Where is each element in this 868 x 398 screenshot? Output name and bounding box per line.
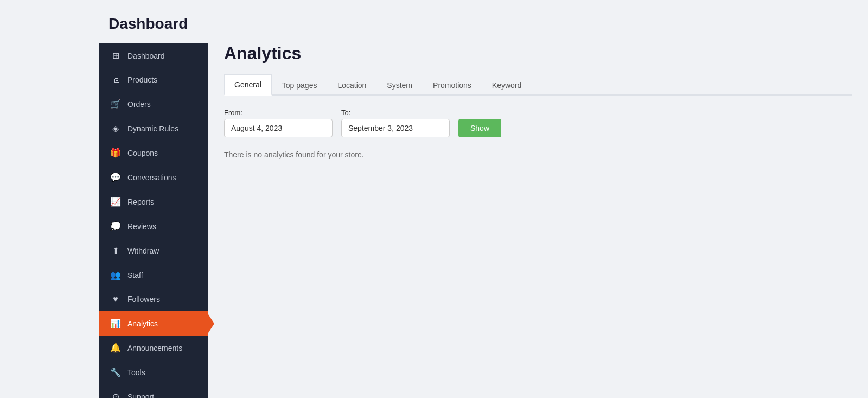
tab-location[interactable]: Location [327,74,376,96]
products-icon: 🛍 [110,75,121,85]
tab-promotions[interactable]: Promotions [423,74,482,96]
analytics-tabs: GeneralTop pagesLocationSystemPromotions… [224,74,852,96]
sidebar-item-products[interactable]: 🛍 Products [99,68,208,92]
sidebar-label-orders: Orders [127,100,151,109]
main-content: Analytics GeneralTop pagesLocationSystem… [208,43,868,398]
coupons-icon: 🎁 [110,148,121,158]
sidebar-item-reports[interactable]: 📈 Reports [99,189,208,214]
reviews-icon: 💭 [110,221,121,231]
sidebar-item-withdraw[interactable]: ⬆ Withdraw [99,238,208,263]
sidebar-label-dynamic-rules: Dynamic Rules [127,124,178,133]
sidebar-item-reviews[interactable]: 💭 Reviews [99,214,208,238]
sidebar-label-announcements: Announcements [127,344,182,352]
dashboard-icon: ⊞ [110,50,121,61]
sidebar-label-staff: Staff [127,271,143,280]
withdraw-icon: ⬆ [110,245,121,256]
sidebar-item-support[interactable]: ⊙ Support [99,384,208,398]
sidebar-item-announcements[interactable]: 🔔 Announcements [99,336,208,360]
sidebar-item-tools[interactable]: 🔧 Tools [99,360,208,384]
sidebar-item-dynamic-rules[interactable]: ◈ Dynamic Rules [99,116,208,141]
tools-icon: 🔧 [110,367,121,377]
analytics-icon: 📊 [110,318,121,328]
sidebar-label-reviews: Reviews [127,222,156,231]
filter-row: From: To: Show [224,109,852,137]
from-label: From: [224,109,333,117]
sidebar-item-staff[interactable]: 👥 Staff [99,263,208,287]
sidebar-item-dashboard[interactable]: ⊞ Dashboard [99,43,208,68]
sidebar-item-coupons[interactable]: 🎁 Coupons [99,141,208,165]
sidebar-label-support: Support [127,393,154,399]
dynamic-rules-icon: ◈ [110,123,121,134]
to-label: To: [341,109,450,117]
sidebar-label-dashboard: Dashboard [127,52,165,60]
sidebar-label-tools: Tools [127,368,145,377]
from-date-input[interactable] [224,119,333,137]
sidebar-item-orders[interactable]: 🛒 Orders [99,92,208,116]
sidebar-label-withdraw: Withdraw [127,247,159,255]
support-icon: ⊙ [110,391,121,398]
analytics-title: Analytics [224,43,852,64]
sidebar-label-products: Products [127,75,157,84]
sidebar-item-conversations[interactable]: 💬 Conversations [99,165,208,189]
no-data-message: There is no analytics found for your sto… [224,150,852,159]
from-group: From: [224,109,333,137]
sidebar-item-analytics[interactable]: 📊 Analytics [99,311,208,336]
sidebar-label-analytics: Analytics [127,319,158,328]
page-title: Dashboard [0,0,868,43]
orders-icon: 🛒 [110,99,121,109]
show-button[interactable]: Show [458,119,501,137]
announcements-icon: 🔔 [110,343,121,353]
staff-icon: 👥 [110,270,121,280]
to-date-input[interactable] [341,119,450,137]
sidebar-label-reports: Reports [127,198,154,206]
tab-top-pages[interactable]: Top pages [272,74,328,96]
sidebar-label-conversations: Conversations [127,173,176,182]
tab-general[interactable]: General [224,74,272,96]
tab-keyword[interactable]: Keyword [482,74,532,96]
conversations-icon: 💬 [110,172,121,182]
to-group: To: [341,109,450,137]
sidebar: ⊞ Dashboard 🛍 Products 🛒 Orders ◈ Dynami… [99,43,208,398]
tab-system[interactable]: System [376,74,423,96]
sidebar-label-coupons: Coupons [127,149,158,157]
sidebar-item-followers[interactable]: ♥ Followers [99,287,208,311]
sidebar-label-followers: Followers [127,295,160,304]
reports-icon: 📈 [110,197,121,207]
followers-icon: ♥ [110,294,121,304]
